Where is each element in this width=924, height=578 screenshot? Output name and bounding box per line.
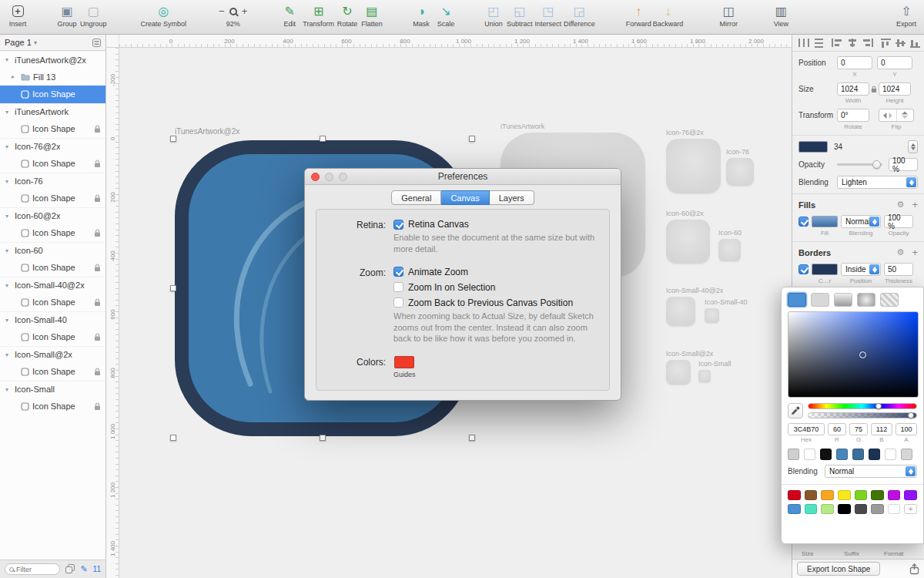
- recent-color-swatch[interactable]: [820, 449, 832, 460]
- toolbar-item[interactable]: ◳ Intersect: [534, 3, 561, 28]
- artboard-title[interactable]: Icon-Small@2x: [666, 350, 713, 358]
- disclosure-triangle-icon[interactable]: ▾: [5, 317, 15, 324]
- palette-color-swatch[interactable]: [871, 504, 884, 514]
- border-thickness-field[interactable]: 50: [884, 263, 913, 276]
- artboard[interactable]: Icon-60: [718, 239, 741, 261]
- checkbox-animate-zoom[interactable]: [393, 267, 403, 277]
- disclosure-triangle-icon[interactable]: ▾: [5, 143, 15, 150]
- fill-blending-dropdown[interactable]: Normal: [841, 215, 881, 228]
- palette-color-swatch[interactable]: [838, 504, 851, 514]
- radius-value[interactable]: 34: [834, 143, 842, 151]
- picker-blending-dropdown[interactable]: Normal: [825, 465, 917, 478]
- recent-color-swatch[interactable]: [788, 449, 799, 460]
- lock-icon[interactable]: [94, 160, 101, 168]
- color-cursor[interactable]: [859, 351, 866, 358]
- height-field[interactable]: 1024: [879, 82, 911, 96]
- palette-color-swatch[interactable]: [805, 490, 818, 500]
- export-icon-shape-button[interactable]: Export Icon Shape: [797, 562, 880, 576]
- distribute-horizontally-icon[interactable]: [798, 38, 810, 48]
- palette-color-swatch[interactable]: [821, 490, 834, 500]
- toolbar-item[interactable]: ⊞ Transform: [303, 3, 334, 28]
- toolbar-item[interactable]: ↑ Forward: [626, 3, 651, 28]
- layer-row[interactable]: ▾ Icon-Small-40: [0, 311, 105, 329]
- palette-color-swatch[interactable]: [871, 490, 884, 500]
- fill-opacity-field[interactable]: 100 %: [884, 215, 913, 228]
- toolbar-item[interactable]: ↘ Scale: [434, 3, 457, 28]
- artboard[interactable]: Icon-Small@2x: [666, 360, 691, 385]
- alpha-slider[interactable]: [808, 412, 917, 418]
- zoom-window-button[interactable]: [339, 173, 347, 181]
- alpha-field[interactable]: 100: [896, 423, 917, 435]
- align-right-icon[interactable]: [862, 38, 874, 48]
- zoom-in-button[interactable]: +: [242, 6, 248, 16]
- palette-color-swatch[interactable]: [838, 490, 851, 500]
- vertical-ruler[interactable]: -20002004006008001 0001 2001 400: [106, 48, 119, 578]
- lock-icon[interactable]: [94, 333, 101, 341]
- layer-row[interactable]: ▾ Icon-76@2x: [0, 138, 105, 156]
- close-button[interactable]: [311, 173, 320, 181]
- border-position-dropdown[interactable]: Inside: [841, 263, 881, 276]
- layer-row[interactable]: ▾ Icon-Small@2x: [0, 346, 105, 364]
- disclosure-triangle-icon[interactable]: ▾: [5, 247, 15, 254]
- lock-icon[interactable]: [94, 229, 101, 237]
- layer-row[interactable]: Icon Shape: [0, 190, 105, 207]
- pencil-icon[interactable]: ✎: [80, 564, 87, 574]
- constrain-proportions-lock-icon[interactable]: [869, 86, 879, 93]
- disclosure-triangle-icon[interactable]: ▾: [5, 109, 15, 116]
- artboard[interactable]: Icon-76: [726, 158, 754, 186]
- disclosure-triangle-icon[interactable]: ▸: [12, 73, 21, 80]
- guides-color-well[interactable]: [394, 356, 414, 368]
- fill-type-radial-gradient-tab[interactable]: [857, 293, 875, 307]
- toolbar-item[interactable]: ◱ Subtract: [507, 3, 533, 28]
- artboard-title[interactable]: iTunesArtwork: [500, 123, 544, 130]
- opacity-slider[interactable]: [837, 158, 882, 171]
- minimize-button[interactable]: [325, 173, 333, 181]
- artboard-title[interactable]: Icon-60: [718, 229, 742, 237]
- distribute-vertically-icon[interactable]: [813, 38, 825, 48]
- slider-knob[interactable]: [872, 160, 881, 169]
- border-enabled-checkbox[interactable]: [798, 264, 808, 274]
- share-icon[interactable]: [909, 563, 919, 575]
- blue-field[interactable]: 112: [871, 423, 892, 435]
- preferences-tab[interactable]: Layers: [490, 190, 534, 205]
- page-list-icon[interactable]: [92, 39, 101, 47]
- artboard-title[interactable]: Icon-76@2x: [666, 129, 704, 136]
- red-field[interactable]: 60: [828, 423, 846, 435]
- layer-row[interactable]: Icon Shape: [0, 120, 105, 138]
- preferences-tab[interactable]: Canvas: [441, 190, 489, 205]
- disclosure-triangle-icon[interactable]: ▾: [5, 351, 15, 358]
- add-color-button[interactable]: +: [904, 504, 917, 514]
- fill-color-well[interactable]: [812, 216, 838, 227]
- fill-type-solid-tab[interactable]: [788, 293, 806, 307]
- width-field[interactable]: 1024: [837, 82, 869, 96]
- hue-slider[interactable]: [808, 403, 917, 409]
- palette-color-swatch[interactable]: [888, 490, 901, 500]
- palette-color-swatch[interactable]: [855, 490, 868, 500]
- toolbar-item[interactable]: − + 92%: [219, 3, 247, 28]
- blending-dropdown[interactable]: Lighten: [837, 176, 918, 189]
- lock-icon[interactable]: [94, 264, 101, 272]
- layer-row[interactable]: Icon Shape: [0, 328, 105, 346]
- lock-icon[interactable]: [94, 194, 101, 203]
- green-field[interactable]: 75: [849, 423, 868, 435]
- layer-row[interactable]: ▾ Icon-76: [0, 173, 105, 190]
- artboard-title[interactable]: Icon-Small-40@2x: [666, 287, 723, 294]
- align-center-horizontal-icon[interactable]: [846, 38, 859, 48]
- filter-input[interactable]: [16, 566, 55, 573]
- layer-row[interactable]: ▾ Icon-Small-40@2x: [0, 277, 105, 294]
- lock-icon[interactable]: [94, 368, 101, 376]
- gear-icon[interactable]: ⚙: [897, 200, 905, 210]
- palette-color-swatch[interactable]: [821, 504, 834, 514]
- rotate-field[interactable]: 0°: [837, 109, 869, 122]
- layer-row[interactable]: Icon Shape: [0, 294, 105, 311]
- flip-horizontal-button[interactable]: [879, 109, 897, 121]
- fill-type-flat-tab[interactable]: [811, 293, 829, 307]
- recent-color-swatch[interactable]: [804, 449, 815, 460]
- flip-vertical-button[interactable]: [897, 109, 914, 121]
- fill-type-linear-gradient-tab[interactable]: [834, 293, 852, 307]
- toolbar-item[interactable]: ↓ Backward: [653, 3, 684, 28]
- artboard-title[interactable]: Icon-76: [726, 148, 749, 156]
- layer-row[interactable]: Icon Shape: [0, 155, 105, 173]
- layer-row[interactable]: ▾ Icon-60: [0, 242, 105, 260]
- layer-row[interactable]: ▾ iTunesArtwork: [0, 103, 105, 121]
